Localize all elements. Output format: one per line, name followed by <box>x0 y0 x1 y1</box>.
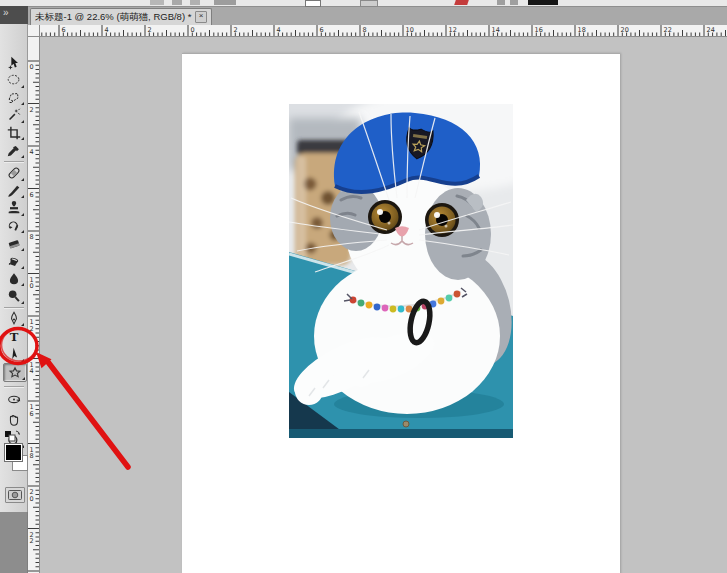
type-tool-button[interactable]: T <box>3 328 25 345</box>
svg-text:4: 4 <box>30 148 34 156</box>
marquee-icon <box>6 72 22 88</box>
double-chevron-icon: » <box>3 7 8 18</box>
foreground-color-swatch[interactable] <box>4 443 23 462</box>
svg-text:0: 0 <box>30 63 34 71</box>
svg-text:14: 14 <box>492 26 500 34</box>
dodge-icon <box>6 288 22 304</box>
path-selection-tool-button[interactable] <box>3 346 25 363</box>
lasso-tool-button[interactable] <box>3 89 25 106</box>
path-selection-icon <box>6 346 22 362</box>
crop-tool-button[interactable] <box>3 124 25 141</box>
options-bar-fragment <box>214 0 236 5</box>
clone-stamp-tool-button[interactable] <box>3 200 25 217</box>
ruler-left[interactable]: 024681012141618202224 <box>28 37 40 573</box>
svg-text:4: 4 <box>105 26 109 34</box>
options-bar-fragment <box>150 0 164 5</box>
history-brush-icon <box>6 218 22 234</box>
brush-icon <box>6 183 22 199</box>
blur-tool-button[interactable] <box>3 270 25 287</box>
photoshop-window: » 未标题-1 @ 22.6% (萌萌猫, RGB/8) * × <box>0 0 727 573</box>
svg-text:8: 8 <box>363 26 367 34</box>
brush-tool-button[interactable] <box>3 182 25 199</box>
hand-icon <box>6 412 22 428</box>
quick-mask-icon <box>8 490 22 500</box>
svg-text:2: 2 <box>30 537 34 545</box>
document-canvas[interactable] <box>182 53 620 573</box>
options-bar-fragment <box>510 0 518 5</box>
eyedropper-tool-button[interactable] <box>3 142 25 159</box>
options-bar-fragment <box>305 0 321 7</box>
magic-wand-tool-button[interactable] <box>3 107 25 124</box>
clone-stamp-icon <box>6 200 22 216</box>
tools-panel-header[interactable]: » <box>0 6 28 25</box>
paint-bucket-icon <box>6 253 22 269</box>
paint-bucket-tool-button[interactable] <box>3 253 25 270</box>
svg-text:8: 8 <box>30 452 34 460</box>
hand-tool-button[interactable] <box>3 411 25 428</box>
pen-icon <box>6 311 22 327</box>
svg-text:2: 2 <box>148 26 152 34</box>
eyedropper-icon <box>6 143 22 159</box>
options-bar-clipped <box>0 0 727 7</box>
eraser-icon <box>6 236 22 252</box>
svg-text:2: 2 <box>30 106 34 114</box>
svg-text:0: 0 <box>191 26 195 34</box>
healing-brush-tool-button[interactable] <box>3 165 25 182</box>
options-bar-fragment <box>528 0 558 5</box>
rotate-view-tool-button[interactable] <box>3 390 25 407</box>
eraser-tool-button[interactable] <box>3 235 25 252</box>
tool-group-separator <box>4 161 24 162</box>
crop-icon <box>6 125 22 141</box>
svg-text:2: 2 <box>234 26 238 34</box>
magic-wand-icon <box>6 107 22 123</box>
tab-close-icon[interactable]: × <box>195 11 207 23</box>
below-panel-filler <box>0 512 28 573</box>
svg-text:2: 2 <box>30 325 34 333</box>
custom-shape-icon <box>7 365 23 381</box>
svg-text:T: T <box>10 330 19 344</box>
svg-text:0: 0 <box>30 282 34 290</box>
custom-shape-tool-button[interactable] <box>3 363 27 382</box>
pen-tool-button[interactable] <box>3 310 25 327</box>
marquee-tool-button[interactable] <box>3 72 25 89</box>
options-bar-fragment <box>454 0 469 5</box>
svg-text:6: 6 <box>62 26 66 34</box>
healing-brush-icon <box>6 165 22 181</box>
canvas-image-cat-photo[interactable] <box>289 104 513 438</box>
options-bar-fragment <box>497 0 505 5</box>
dodge-tool-button[interactable] <box>3 288 25 305</box>
svg-text:20: 20 <box>621 26 629 34</box>
svg-text:18: 18 <box>578 26 586 34</box>
quick-mask-button[interactable] <box>5 487 25 503</box>
tab-title: 未标题-1 @ 22.6% (萌萌猫, RGB/8) * <box>35 11 193 24</box>
options-bar-fragment <box>190 0 200 5</box>
options-bar-fragment <box>172 0 182 5</box>
type-icon: T <box>6 329 22 345</box>
svg-text:4: 4 <box>277 26 281 34</box>
svg-text:10: 10 <box>406 26 414 34</box>
options-bar-fragment <box>360 0 378 7</box>
ruler-corner <box>28 25 40 37</box>
tool-group-separator <box>4 307 24 308</box>
svg-text:22: 22 <box>664 26 672 34</box>
history-brush-tool-button[interactable] <box>3 217 25 234</box>
document-tab[interactable]: 未标题-1 @ 22.6% (萌萌猫, RGB/8) * × <box>30 8 212 25</box>
tool-group-separator <box>4 386 24 387</box>
svg-text:16: 16 <box>535 26 543 34</box>
pasteboard <box>40 37 727 573</box>
ruler-top[interactable]: 642024681012141618202224 <box>40 25 727 37</box>
svg-text:6: 6 <box>320 26 324 34</box>
lasso-icon <box>6 90 22 106</box>
svg-text:0: 0 <box>30 495 34 503</box>
move-icon <box>6 55 22 71</box>
blur-icon <box>6 271 22 287</box>
tab-bar: 未标题-1 @ 22.6% (萌萌猫, RGB/8) * × <box>28 7 727 25</box>
move-tool-button[interactable] <box>3 54 25 71</box>
default-colors-icon[interactable] <box>3 428 25 441</box>
svg-text:24: 24 <box>707 26 715 34</box>
svg-text:12: 12 <box>449 26 457 34</box>
rotate-view-icon <box>6 391 22 407</box>
svg-text:6: 6 <box>30 410 34 418</box>
svg-text:4: 4 <box>30 367 34 375</box>
svg-text:8: 8 <box>30 233 34 241</box>
